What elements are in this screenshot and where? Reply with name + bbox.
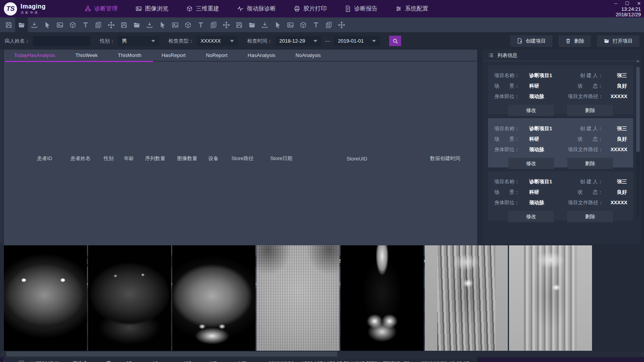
open-project-button[interactable]: 打开项目 — [597, 35, 639, 47]
toolbar-cursor-button[interactable] — [271, 17, 284, 32]
folder-open-icon — [18, 21, 25, 29]
toolbar-move-button[interactable] — [335, 17, 348, 32]
card-delete-button[interactable]: 删除 — [567, 211, 613, 222]
tab-hasreport[interactable]: HasReport — [151, 52, 196, 58]
search-button[interactable] — [389, 36, 401, 46]
patient-name-input[interactable] — [33, 36, 90, 46]
toolbar-cube-3d-button[interactable] — [182, 17, 194, 32]
file-path-label: 项目文件路径： — [568, 93, 603, 100]
exam-date-to-select[interactable]: 2019-01-01 — [334, 36, 380, 46]
scrollbar-thumb[interactable] — [6, 352, 337, 357]
toolbar-save-button[interactable] — [118, 17, 130, 32]
nav-image-browse[interactable]: 图像浏览 — [135, 5, 168, 12]
gender-label: 性别： — [100, 38, 115, 45]
move-icon — [338, 21, 345, 29]
left-gutter — [0, 50, 3, 243]
mri-coronal-thumbnail-7[interactable] — [509, 245, 592, 351]
modify-button[interactable]: 修改 — [508, 105, 554, 116]
scroll-right-icon[interactable]: › — [640, 351, 644, 357]
mri-axial-thumbnail-4[interactable] — [256, 245, 339, 351]
toolbar-import-button[interactable] — [28, 17, 41, 32]
card-delete-button[interactable]: 删除 — [567, 105, 613, 116]
mri-axial-thumbnail-2[interactable] — [88, 245, 171, 351]
toolbar-move-button[interactable] — [105, 17, 118, 32]
tab-thismonth[interactable]: ThisMonth — [108, 52, 152, 58]
column-header: StoreUID — [301, 156, 413, 162]
toolbar-save-button[interactable] — [233, 17, 246, 32]
maximize-button[interactable]: ☐ — [625, 1, 629, 6]
toolbar-text-button[interactable] — [194, 17, 207, 32]
toolbar-import-button[interactable] — [143, 17, 156, 32]
exam-type-select[interactable]: XXXXXX — [197, 36, 238, 46]
modify-button[interactable]: 修改 — [508, 211, 554, 222]
toolbar-folder-open-button[interactable] — [246, 17, 258, 32]
mri-coronal-thumbnail-6[interactable] — [425, 245, 508, 351]
mri-axial-thumbnail-1[interactable] — [4, 245, 87, 351]
delete-button[interactable]: 删除 — [559, 35, 591, 47]
toolbar-text-button[interactable] — [79, 17, 92, 32]
mri-axial-thumbnail-3[interactable] — [172, 245, 255, 351]
toolbar-cube-3d-button[interactable] — [66, 17, 79, 32]
gender-select[interactable]: 男 — [118, 36, 159, 46]
tab-thisweek[interactable]: ThisWeek — [65, 52, 108, 58]
nav-diagnosis-report[interactable]: 诊断报告 — [345, 5, 377, 12]
report-icon — [345, 5, 351, 12]
toolbar-move-button[interactable] — [220, 17, 233, 32]
copy-icon — [210, 21, 217, 29]
column-header: Store路径 — [223, 155, 262, 162]
creator-label: 创 建 人： — [568, 72, 603, 79]
toolbar-text-button[interactable] — [310, 17, 322, 32]
toolbar-cursor-button[interactable] — [156, 17, 169, 32]
filter-bar: 病人姓名： 性别： 男 检查类型： XXXXXX 检查时间： 2018-12-2… — [0, 32, 644, 50]
toolbar-folder-open-button[interactable] — [130, 17, 143, 32]
modify-button[interactable]: 修改 — [508, 158, 554, 169]
nav-three-d-reconstruction[interactable]: 三维重建 — [186, 5, 219, 12]
row-checkbox[interactable] — [19, 361, 24, 362]
toolbar-cursor-button[interactable] — [41, 17, 54, 32]
panel-scrollbar-thumb[interactable] — [636, 67, 640, 152]
status-label: 状 态： — [568, 136, 603, 143]
toolbar-copy-button[interactable] — [322, 17, 335, 32]
nav-diagnosis-management[interactable]: 诊断管理 — [85, 5, 118, 12]
scrollbar-track[interactable] — [4, 352, 640, 357]
toolbar-copy-button[interactable] — [207, 17, 220, 32]
column-header: 序列数量 — [140, 155, 171, 162]
waveform-icon — [237, 5, 244, 12]
minimize-button[interactable]: ─ — [614, 1, 618, 6]
toolbar-cube-3d-button[interactable] — [297, 17, 310, 32]
tab-noreport[interactable]: NoReport — [196, 52, 238, 58]
toolbar-image-button[interactable] — [169, 17, 182, 32]
project-card[interactable]: 项目名称： 诊断项目1 创 建 人： 张三 场 景： 科研 状 态： 良好 身体… — [488, 118, 633, 167]
window-controls: ─ ☐ ✕ — [614, 1, 641, 6]
project-name-value: 诊断项目1 — [529, 178, 568, 185]
exam-date-from-select[interactable]: 2018-12-29 — [275, 36, 321, 46]
patient-row[interactable]: 1455621542张先生男3513425MRMR2018/12/281533.… — [4, 358, 477, 362]
toolbar-save-button[interactable] — [2, 17, 15, 32]
project-card[interactable]: 项目名称： 诊断项目1 创 建 人： 张三 场 景： 科研 状 态： 良好 身体… — [488, 65, 633, 114]
tab-noanalysis[interactable]: NoAnalysis — [286, 52, 331, 58]
close-button[interactable]: ✕ — [637, 1, 641, 6]
tab-hasanalysis[interactable]: HasAnalysis — [237, 52, 286, 58]
move-icon — [223, 21, 230, 29]
nav-film-print[interactable]: 胶片打印 — [294, 5, 327, 12]
panel-scrollbar[interactable] — [636, 65, 640, 217]
toolbar-folder-open-button[interactable] — [15, 17, 28, 32]
toolbar-image-button[interactable] — [54, 17, 66, 32]
toolbar-image-button[interactable] — [284, 17, 297, 32]
scroll-up-icon[interactable] — [636, 60, 639, 62]
project-card[interactable]: 项目名称： 诊断项目1 创 建 人： 张三 场 景： 科研 状 态： 良好 身体… — [488, 171, 633, 221]
create-project-button[interactable]: 创建项目 — [510, 35, 552, 47]
card-delete-button[interactable]: 删除 — [567, 158, 613, 169]
nav-system-config[interactable]: 系统配置 — [395, 5, 428, 12]
toolbar-import-button[interactable] — [258, 17, 271, 32]
status-label: 状 态： — [568, 83, 603, 90]
patient-list-area: TodayHasAnalysisThisWeekThisMonthHasRepo… — [4, 50, 477, 244]
toolbar-copy-button[interactable] — [92, 17, 105, 32]
tab-todayhasanalysis[interactable]: TodayHasAnalysis — [4, 52, 65, 58]
nav-carotid-diagnosis[interactable]: 颈动脉诊断 — [237, 5, 276, 12]
cell-patient-name: 张先生 — [62, 360, 99, 362]
scroll-left-icon[interactable]: ‹ — [0, 351, 4, 357]
trash-icon — [565, 38, 571, 44]
creator-value: 张三 — [603, 178, 627, 185]
mri-coronal-thumbnail-5[interactable] — [341, 245, 424, 351]
